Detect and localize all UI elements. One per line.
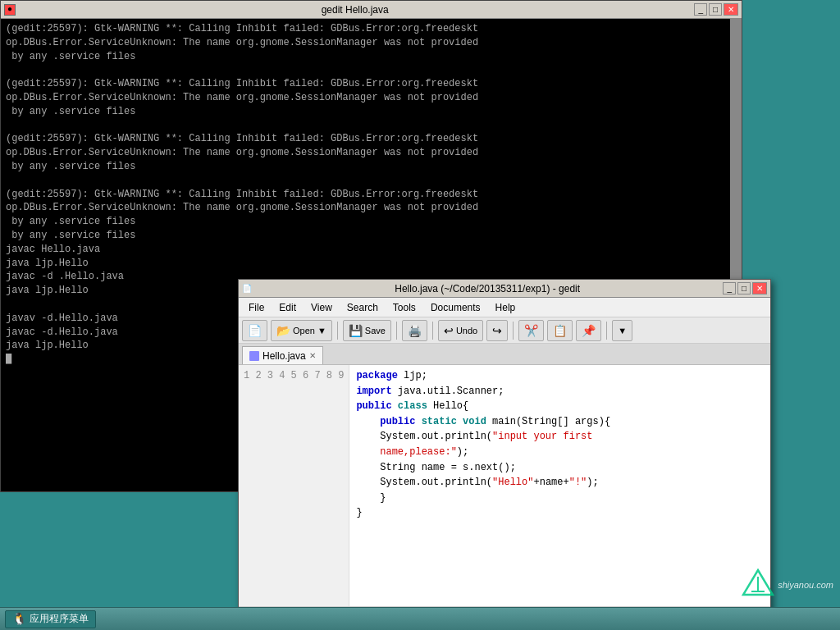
watermark-text: shiyanou.com <box>778 580 833 590</box>
terminal-right-buttons[interactable]: _ □ ✕ <box>694 3 738 16</box>
gedit-tabbar: Hello.java ✕ <box>239 344 770 365</box>
menu-view[interactable]: View <box>304 300 339 315</box>
code-content[interactable]: package ljp; import java.util.Scanner; p… <box>349 365 770 606</box>
cut-icon: ✂️ <box>524 324 538 337</box>
gedit-title: Hello.java (~/Code/20135311/exp1) - gedi… <box>252 283 723 294</box>
undo-btn[interactable]: ↩ Undo <box>438 320 483 341</box>
taskbar: 🐧 应用程序菜单 <box>0 607 840 630</box>
gedit-toolbar: 📄 📂 Open ▼ 💾 Save 🖨️ ↩ Undo ↪ ✂️ 📋 <box>239 317 770 344</box>
cut-btn[interactable]: ✂️ <box>518 320 544 341</box>
watermark-logo <box>742 568 774 601</box>
terminal-minimize-btn[interactable]: _ <box>694 3 707 16</box>
new-file-btn[interactable]: 📄 <box>242 320 267 341</box>
undo-icon: ↩ <box>444 324 454 337</box>
toolbar-sep-2 <box>396 322 397 340</box>
open-btn[interactable]: 📂 Open ▼ <box>271 320 332 341</box>
gedit-minimize-btn[interactable]: _ <box>723 282 736 294</box>
terminal-titlebar: ● gedit Hello.java _ □ ✕ <box>1 1 742 19</box>
gedit-code-area: 1 2 3 4 5 6 7 8 9 package ljp; import ja… <box>239 365 770 606</box>
menu-tools[interactable]: Tools <box>386 300 422 315</box>
save-label: Save <box>365 326 386 336</box>
toolbar-sep-1 <box>337 322 338 340</box>
gedit-maximize-btn[interactable]: □ <box>737 282 751 294</box>
toolbar-sep-3 <box>432 322 433 340</box>
menu-documents[interactable]: Documents <box>424 300 487 315</box>
gedit-win-buttons-right[interactable]: _ □ ✕ <box>723 282 767 294</box>
copy-icon: 📋 <box>553 324 567 337</box>
menu-file[interactable]: File <box>242 300 271 315</box>
paste-icon: 📌 <box>582 324 596 337</box>
gedit-close-btn[interactable]: ✕ <box>752 282 767 294</box>
taskbar-start-button[interactable]: 🐧 应用程序菜单 <box>5 610 96 628</box>
more-icon: ▼ <box>618 326 627 336</box>
paste-btn[interactable]: 📌 <box>576 320 601 341</box>
undo-label: Undo <box>456 326 477 336</box>
redo-icon: ↪ <box>492 324 502 337</box>
save-icon: 💾 <box>349 324 363 337</box>
copy-btn[interactable]: 📋 <box>547 320 573 341</box>
terminal-close-btn[interactable]: ● <box>4 4 16 16</box>
open-dropdown-icon[interactable]: ▼ <box>317 326 326 336</box>
menu-help[interactable]: Help <box>489 300 523 315</box>
taskbar-start-icon: 🐧 <box>12 612 26 626</box>
more-btn[interactable]: ▼ <box>612 320 632 341</box>
terminal-maximize-btn[interactable]: □ <box>709 3 722 16</box>
gedit-window: 📄 Hello.java (~/Code/20135311/exp1) - ge… <box>238 279 771 623</box>
print-icon: 🖨️ <box>408 324 422 337</box>
terminal-win-buttons[interactable]: ● <box>4 4 16 16</box>
toolbar-sep-4 <box>513 322 514 340</box>
watermark: shiyanou.com <box>742 568 833 601</box>
tab-label: Hello.java <box>262 350 306 362</box>
gedit-titlebar: 📄 Hello.java (~/Code/20135311/exp1) - ge… <box>239 280 770 298</box>
menu-edit[interactable]: Edit <box>272 300 303 315</box>
tab-hello-java[interactable]: Hello.java ✕ <box>242 346 323 364</box>
print-btn[interactable]: 🖨️ <box>402 320 427 341</box>
new-file-icon: 📄 <box>248 324 262 337</box>
line-numbers: 1 2 3 4 5 6 7 8 9 <box>239 365 349 606</box>
taskbar-start-label: 应用程序菜单 <box>30 612 89 626</box>
tab-close-btn[interactable]: ✕ <box>309 351 316 360</box>
menu-search[interactable]: Search <box>340 300 385 315</box>
open-label: Open <box>293 326 315 336</box>
toolbar-sep-5 <box>606 322 607 340</box>
terminal-close-btn2[interactable]: ✕ <box>724 3 738 16</box>
gedit-icon-btn[interactable]: 📄 <box>242 284 252 294</box>
tab-file-icon <box>249 351 259 361</box>
gedit-menubar: File Edit View Search Tools Documents He… <box>239 298 770 317</box>
open-icon: 📂 <box>276 324 290 337</box>
save-btn[interactable]: 💾 Save <box>343 320 391 341</box>
terminal-title: gedit Hello.java <box>16 4 694 16</box>
gedit-win-buttons-left[interactable]: 📄 <box>242 284 252 294</box>
redo-btn[interactable]: ↪ <box>486 320 508 341</box>
